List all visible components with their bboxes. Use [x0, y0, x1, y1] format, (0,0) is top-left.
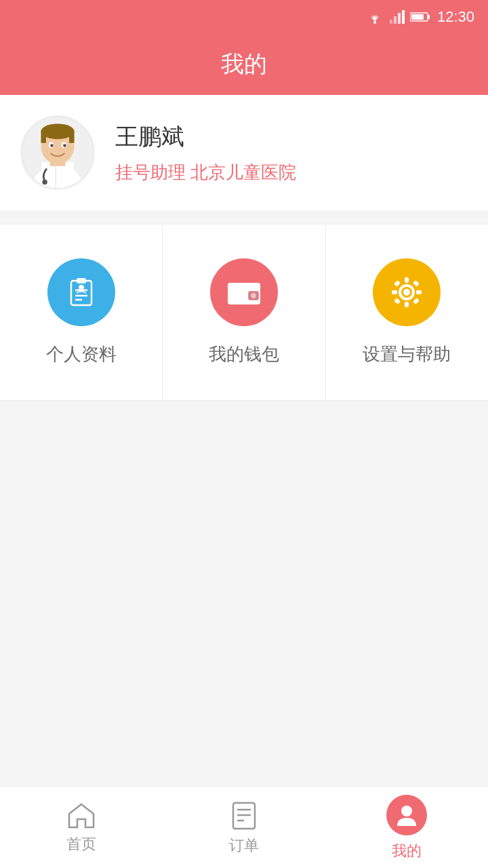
svg-point-27: [79, 285, 84, 290]
grid-section: 个人资料 我的钱包: [0, 224, 488, 401]
status-icons: [365, 10, 430, 24]
svg-rect-7: [411, 14, 424, 20]
nav-item-orders[interactable]: 订单: [163, 787, 325, 868]
svg-rect-3: [398, 13, 401, 24]
svg-rect-33: [405, 277, 409, 283]
grid-label-profile: 个人资料: [46, 342, 117, 366]
svg-rect-4: [402, 10, 405, 24]
gear-icon: [388, 274, 425, 311]
profile-icon-circle: [47, 258, 115, 326]
nav-item-mine[interactable]: 我的: [325, 787, 488, 868]
svg-point-19: [63, 144, 66, 147]
svg-rect-22: [71, 281, 92, 305]
svg-rect-40: [413, 298, 420, 304]
svg-point-20: [42, 180, 47, 185]
svg-rect-34: [405, 302, 409, 307]
svg-point-32: [403, 289, 410, 296]
profile-section: 王鹏斌 挂号助理 北京儿童医院: [0, 95, 488, 210]
grid-item-settings[interactable]: 设置与帮助: [326, 224, 488, 400]
avatar[interactable]: [20, 115, 95, 190]
mine-active-icon: [386, 795, 427, 835]
svg-rect-6: [428, 15, 430, 19]
svg-point-18: [50, 144, 54, 147]
profile-info: 王鹏斌 挂号助理 北京儿童医院: [115, 121, 296, 184]
avatar-image: [22, 117, 93, 188]
orders-icon: [230, 800, 258, 830]
signal-icon: [390, 10, 405, 24]
grid-item-wallet[interactable]: 我的钱包: [163, 224, 325, 400]
wallet-icon-circle: [210, 258, 278, 326]
home-icon: [66, 802, 96, 829]
nav-label-home: 首页: [66, 834, 96, 854]
status-time: 12:30: [437, 8, 474, 26]
page-header: 我的: [0, 34, 488, 95]
profile-subtitle: 挂号助理 北京儿童医院: [115, 161, 296, 184]
nav-item-home[interactable]: 首页: [0, 787, 163, 868]
grid-item-profile[interactable]: 个人资料: [0, 224, 163, 400]
svg-rect-38: [413, 280, 420, 287]
svg-rect-23: [77, 278, 86, 283]
status-bar: 12:30: [0, 0, 488, 34]
bottom-nav: 首页 订单 我的: [0, 787, 488, 868]
person-icon: [394, 803, 419, 827]
svg-rect-36: [416, 290, 422, 294]
svg-point-45: [401, 806, 412, 816]
svg-point-31: [251, 293, 256, 298]
svg-rect-1: [390, 20, 392, 24]
nav-label-orders: 订单: [229, 835, 259, 856]
wifi-icon: [365, 10, 384, 24]
svg-rect-2: [394, 16, 396, 24]
svg-rect-39: [394, 298, 401, 304]
nav-label-mine: 我的: [392, 841, 422, 861]
svg-point-0: [373, 21, 376, 24]
content-area: [0, 401, 488, 794]
page-title: 我的: [221, 49, 267, 80]
settings-icon-circle: [373, 258, 441, 326]
svg-rect-35: [392, 290, 397, 294]
svg-rect-15: [69, 132, 75, 143]
profile-name: 王鹏斌: [115, 121, 296, 153]
svg-rect-14: [41, 132, 46, 143]
svg-rect-37: [394, 280, 401, 287]
grid-label-wallet: 我的钱包: [209, 342, 279, 366]
clipboard-icon: [64, 275, 98, 309]
grid-label-settings: 设置与帮助: [363, 342, 451, 366]
battery-icon: [410, 12, 430, 22]
wallet-icon: [226, 277, 262, 307]
